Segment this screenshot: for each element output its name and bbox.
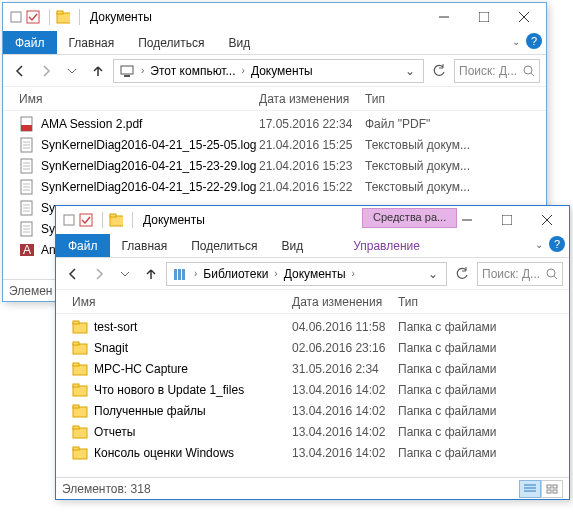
col-type[interactable]: Тип xyxy=(365,92,546,106)
crumb-documents[interactable]: Документы xyxy=(281,267,349,281)
nav-recent-button[interactable] xyxy=(61,60,83,82)
ribbon-expand-icon[interactable]: ⌄ xyxy=(512,36,520,47)
qat-icon[interactable] xyxy=(62,213,76,227)
search-input[interactable]: Поиск: Д... xyxy=(454,59,540,83)
svg-rect-16 xyxy=(11,12,21,22)
breadcrumb[interactable]: › Этот компьют... › Документы ⌄ xyxy=(113,59,424,83)
help-icon[interactable]: ? xyxy=(526,33,542,49)
nav-forward-button[interactable] xyxy=(88,263,110,285)
doc-icon xyxy=(19,221,35,237)
view-icons-button[interactable] xyxy=(541,480,563,498)
close-button[interactable] xyxy=(504,4,544,30)
file-row[interactable]: Snagit02.06.2016 23:16Папка с файлами xyxy=(72,337,569,358)
folder-icon xyxy=(109,213,123,227)
svg-rect-18 xyxy=(479,12,489,22)
doc-icon xyxy=(19,179,35,195)
col-type[interactable]: Тип xyxy=(398,295,569,309)
col-date[interactable]: Дата изменения xyxy=(292,295,398,309)
chevron-right-icon[interactable]: › xyxy=(349,268,358,279)
file-date: 04.06.2016 11:58 xyxy=(292,320,398,334)
qat-check-icon[interactable] xyxy=(26,10,40,24)
tab-file[interactable]: Файл xyxy=(56,234,110,257)
window-title: Документы xyxy=(143,213,205,227)
col-name[interactable]: Имя xyxy=(72,295,292,309)
file-row[interactable]: SynKernelDiag2016-04-21_15-22-29.log21.0… xyxy=(19,176,546,197)
col-date[interactable]: Дата изменения xyxy=(259,92,365,106)
ribbon-tabs: Файл Главная Поделиться Вид Управление ⌄… xyxy=(56,234,569,258)
file-row[interactable]: SynKernelDiag2016-04-21_15-25-05.log21.0… xyxy=(19,134,546,155)
search-placeholder: Поиск: Д... xyxy=(482,267,540,281)
crumb-documents[interactable]: Документы xyxy=(248,64,316,78)
separator xyxy=(79,9,80,25)
file-date: 13.04.2016 14:02 xyxy=(292,383,398,397)
svg-line-29 xyxy=(554,276,557,279)
titlebar[interactable]: Документы Средства ра... xyxy=(56,206,569,234)
chevron-right-icon[interactable]: › xyxy=(239,65,248,76)
file-row[interactable]: Что нового в Update 1_files13.04.2016 14… xyxy=(72,379,569,400)
file-type: Текстовый докум... xyxy=(365,138,546,152)
nav-up-button[interactable] xyxy=(87,60,109,82)
nav-recent-button[interactable] xyxy=(114,263,136,285)
tab-share[interactable]: Поделиться xyxy=(179,234,269,257)
nav-back-button[interactable] xyxy=(62,263,84,285)
tab-home[interactable]: Главная xyxy=(110,234,180,257)
chevron-right-icon[interactable]: › xyxy=(138,65,147,76)
maximize-button[interactable] xyxy=(464,4,504,30)
folder-icon xyxy=(72,319,88,335)
search-input[interactable]: Поиск: Д... xyxy=(477,262,563,286)
tab-home[interactable]: Главная xyxy=(57,31,127,54)
nav-up-button[interactable] xyxy=(140,263,162,285)
file-date: 13.04.2016 14:02 xyxy=(292,404,398,418)
column-headers: Имя Дата изменения Тип xyxy=(56,290,569,314)
tab-manage[interactable]: Управление xyxy=(341,234,432,257)
qat-icon[interactable] xyxy=(9,10,23,24)
ribbon-expand-icon[interactable]: ⌄ xyxy=(535,239,543,250)
titlebar[interactable]: Документы xyxy=(3,3,546,31)
file-type: Папка с файлами xyxy=(398,383,569,397)
file-type: Папка с файлами xyxy=(398,425,569,439)
libraries-icon[interactable] xyxy=(171,265,189,283)
nav-back-button[interactable] xyxy=(9,60,31,82)
help-icon[interactable]: ? xyxy=(549,236,565,252)
address-dropdown-icon[interactable]: ⌄ xyxy=(399,64,421,78)
search-icon[interactable] xyxy=(546,268,558,280)
tab-view[interactable]: Вид xyxy=(216,31,262,54)
search-icon[interactable] xyxy=(523,65,535,77)
tab-file[interactable]: Файл xyxy=(3,31,57,54)
refresh-button[interactable] xyxy=(428,60,450,82)
address-bar: › Этот компьют... › Документы ⌄ Поиск: Д… xyxy=(3,55,546,87)
chevron-right-icon[interactable]: › xyxy=(271,268,280,279)
folder-icon xyxy=(72,424,88,440)
file-row[interactable]: Отчеты13.04.2016 14:02Папка с файлами xyxy=(72,421,569,442)
nav-forward-button[interactable] xyxy=(35,60,57,82)
crumb-libraries[interactable]: Библиотеки xyxy=(200,267,271,281)
file-row[interactable]: test-sort04.06.2016 11:58Папка с файлами xyxy=(72,316,569,337)
file-row[interactable]: SynKernelDiag2016-04-21_15-23-29.log21.0… xyxy=(19,155,546,176)
file-date: 13.04.2016 14:02 xyxy=(292,425,398,439)
view-details-button[interactable] xyxy=(519,480,541,498)
breadcrumb[interactable]: › Библиотеки › Документы › ⌄ xyxy=(166,262,447,286)
address-dropdown-icon[interactable]: ⌄ xyxy=(422,267,444,281)
file-date: 31.05.2016 2:34 xyxy=(292,362,398,376)
svg-rect-36 xyxy=(553,490,557,493)
context-tab-tools[interactable]: Средства ра... xyxy=(362,208,457,228)
qat-check-icon[interactable] xyxy=(79,213,93,227)
crumb-this-pc[interactable]: Этот компьют... xyxy=(147,64,238,78)
tab-view[interactable]: Вид xyxy=(269,234,315,257)
file-name: Полученные файлы xyxy=(94,404,292,418)
separator xyxy=(132,212,133,228)
tab-share[interactable]: Поделиться xyxy=(126,31,216,54)
chevron-right-icon[interactable]: › xyxy=(191,268,200,279)
col-name[interactable]: Имя xyxy=(19,92,259,106)
refresh-button[interactable] xyxy=(451,263,473,285)
file-date: 17.05.2016 22:34 xyxy=(259,117,365,131)
file-row[interactable]: AMA Session 2.pdf17.05.2016 22:34Файл "P… xyxy=(19,113,546,134)
pc-icon[interactable] xyxy=(118,62,136,80)
close-button[interactable] xyxy=(527,207,567,233)
minimize-button[interactable] xyxy=(424,4,464,30)
maximize-button[interactable] xyxy=(487,207,527,233)
file-row[interactable]: MPC-HC Capture31.05.2016 2:34Папка с фай… xyxy=(72,358,569,379)
file-type: Текстовый докум... xyxy=(365,159,546,173)
file-row[interactable]: Полученные файлы13.04.2016 14:02Папка с … xyxy=(72,400,569,421)
file-row[interactable]: Консоль оценки Windows13.04.2016 14:02Па… xyxy=(72,442,569,463)
